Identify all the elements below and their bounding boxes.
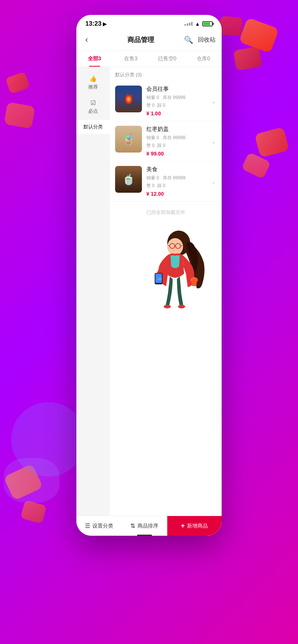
main-content: 👍 推荐 ☑ 必点 默认分类 默认分类 (3) 🏮 会员往事 销量 0 — [76, 67, 222, 516]
product-likes-count-1: 赞 0 — [146, 103, 155, 108]
product-price-2: ¥ 99.00 — [146, 151, 216, 157]
product-list: 默认分类 (3) 🏮 会员往事 销量 0 库存 99999 赞 0 踩 0 ¥ … — [110, 67, 222, 516]
battery-icon — [202, 21, 213, 26]
product-sort-button[interactable]: ⇅ 商品排序 — [122, 516, 167, 536]
product-name-3: 美食 — [146, 166, 216, 173]
set-category-button[interactable]: ☰ 设置分类 — [76, 516, 122, 536]
sort-icon: ⇅ — [130, 522, 135, 529]
product-stats-2: 销量 0 库存 99998 — [146, 135, 216, 141]
bg-decoration-7 — [4, 102, 35, 129]
add-product-label: 新增商品 — [187, 523, 208, 529]
loaded-all-text: 已经全部加载完毕 — [110, 202, 222, 223]
list-item[interactable]: 🍵 美食 销量 0 库存 99999 赞 0 踩 0 ¥ 12.00 ⌄ — [110, 161, 222, 202]
recycle-button[interactable]: 回收站 — [198, 36, 216, 44]
svg-line-5 — [168, 246, 170, 246]
product-stats-3: 销量 0 库存 99999 — [146, 175, 216, 181]
svg-rect-11 — [192, 279, 197, 286]
list-item[interactable]: 🏮 会员往事 销量 0 库存 99999 赞 0 踩 0 ¥ 1.00 ⌄ — [110, 81, 222, 121]
sidebar-item-recommend-label: 推荐 — [88, 84, 98, 90]
product-sales-2: 销量 0 — [146, 135, 159, 140]
bg-blob-2 — [4, 458, 60, 503]
bg-decoration-6 — [5, 71, 30, 94]
product-price-1: ¥ 1.00 — [146, 110, 216, 116]
product-likes-count-2: 赞 0 — [146, 143, 155, 148]
checkbox-icon: ☑ — [91, 99, 96, 106]
product-likes-2: 赞 0 踩 0 — [146, 142, 216, 149]
page-title: 商品管理 — [97, 35, 184, 44]
tab-soldout[interactable]: 已售空0 — [149, 51, 186, 67]
product-sales-1: 销量 0 — [146, 95, 159, 100]
svg-point-9 — [158, 278, 162, 281]
product-info-3: 美食 销量 0 库存 99999 赞 0 踩 0 ¥ 12.00 — [146, 166, 216, 197]
add-product-button[interactable]: + 新增商品 — [167, 516, 222, 536]
category-header: 默认分类 (3) — [110, 67, 222, 81]
chevron-down-icon[interactable]: ⌄ — [211, 177, 216, 186]
sidebar-item-default[interactable]: 默认分类 — [76, 120, 110, 134]
product-image-2: 🧋 — [115, 126, 142, 153]
chevron-down-icon[interactable]: ⌄ — [211, 137, 216, 145]
product-stock-2: 库存 99998 — [163, 135, 186, 140]
product-info-2: 红枣奶盖 销量 0 库存 99998 赞 0 踩 0 ¥ 99.00 — [146, 126, 216, 157]
set-category-label: 设置分类 — [92, 523, 113, 529]
phone-frame: 13:23 ▶ ▲ ‹ 商品管理 🔍 回收站 全部3 在售3 已售空0 — [76, 15, 222, 536]
list-item[interactable]: 🧋 红枣奶盖 销量 0 库存 99998 赞 0 踩 0 ¥ 99.00 ⌄ — [110, 121, 222, 161]
tab-all[interactable]: 全部3 — [76, 51, 113, 67]
product-image-3: 🍵 — [115, 166, 142, 193]
thumbs-up-icon: 👍 — [89, 75, 97, 82]
nav-actions: 🔍 回收站 — [184, 35, 216, 44]
product-stock-1: 库存 99999 — [163, 95, 186, 100]
signal-icon — [184, 22, 193, 26]
time-display: 13:23 — [85, 20, 101, 28]
plus-icon: + — [181, 522, 185, 530]
bg-decoration-2 — [233, 46, 262, 71]
svg-line-6 — [181, 246, 183, 246]
girl-illustration — [140, 227, 214, 327]
chevron-down-icon[interactable]: ⌄ — [211, 97, 216, 105]
sidebar-item-required[interactable]: ☑ 必点 — [76, 96, 110, 118]
bg-decoration-1 — [239, 17, 279, 54]
product-stock-3: 库存 99999 — [163, 175, 186, 180]
nav-bar: ‹ 商品管理 🔍 回收站 — [76, 31, 222, 51]
search-button[interactable]: 🔍 — [184, 35, 193, 44]
tab-bar: 全部3 在售3 已售空0 仓库0 — [76, 51, 222, 67]
svg-point-13 — [178, 305, 185, 308]
location-icon: ▶ — [103, 21, 107, 27]
product-sort-label: 商品排序 — [137, 523, 158, 529]
sidebar-item-required-label: 必点 — [88, 108, 98, 115]
status-icons: ▲ — [184, 21, 213, 27]
status-bar: 13:23 ▶ ▲ — [76, 15, 222, 31]
product-dislikes-count-3: 踩 0 — [157, 183, 165, 188]
bg-decoration-4 — [254, 127, 289, 158]
wifi-icon: ▲ — [195, 21, 200, 27]
tab-warehouse[interactable]: 仓库0 — [186, 51, 222, 67]
product-image-1: 🏮 — [115, 86, 142, 112]
back-button[interactable]: ‹ — [82, 33, 97, 46]
sidebar-item-default-label: 默认分类 — [83, 124, 103, 130]
product-dislikes-count-1: 踩 0 — [157, 103, 165, 108]
product-name-2: 红枣奶盖 — [146, 126, 216, 133]
battery-fill — [203, 22, 210, 25]
sidebar-item-recommend[interactable]: 👍 推荐 — [76, 71, 110, 94]
tab-selling[interactable]: 在售3 — [113, 51, 149, 67]
product-sales-3: 销量 0 — [146, 175, 159, 180]
product-stats-1: 销量 0 库存 99999 — [146, 94, 216, 101]
product-info-1: 会员往事 销量 0 库存 99999 赞 0 踩 0 ¥ 1.00 — [146, 86, 216, 116]
list-icon: ☰ — [85, 522, 90, 529]
svg-point-12 — [164, 305, 171, 308]
product-name-1: 会员往事 — [146, 86, 216, 93]
bg-decoration-3 — [219, 16, 243, 36]
sidebar: 👍 推荐 ☑ 必点 默认分类 — [76, 67, 110, 516]
product-dislikes-count-2: 踩 0 — [157, 143, 165, 148]
illustration-area — [110, 223, 222, 327]
product-likes-count-3: 赞 0 — [146, 183, 155, 188]
status-time: 13:23 ▶ — [85, 20, 107, 28]
product-likes-1: 赞 0 踩 0 — [146, 102, 216, 109]
product-likes-3: 赞 0 踩 0 — [146, 183, 216, 189]
bg-decoration-9 — [20, 500, 47, 524]
bottom-toolbar: ☰ 设置分类 ⇅ 商品排序 + 新增商品 — [76, 516, 222, 536]
product-price-3: ¥ 12.00 — [146, 191, 216, 197]
